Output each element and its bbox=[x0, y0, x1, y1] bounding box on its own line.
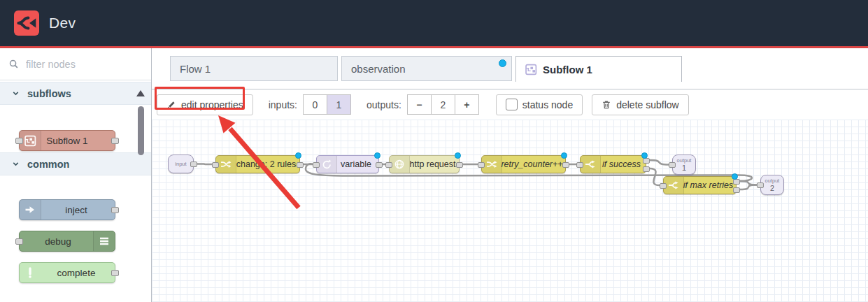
output-port[interactable] bbox=[376, 162, 383, 168]
inputs-label: inputs: bbox=[269, 99, 297, 110]
modified-indicator bbox=[455, 152, 461, 159]
workspace: Flow 1 observation Subflow 1 edit proper… bbox=[152, 48, 868, 302]
output-port[interactable] bbox=[190, 161, 197, 167]
pencil-icon bbox=[166, 100, 176, 110]
shuffle-icon bbox=[482, 156, 502, 173]
input-port[interactable] bbox=[212, 162, 219, 168]
palette-section-subflows: Subflow 1 bbox=[0, 130, 151, 151]
flow-wire-ifsuccess-to-ifmax[interactable] bbox=[650, 168, 660, 185]
flow-wires bbox=[152, 120, 868, 302]
tab-observation[interactable]: observation bbox=[341, 56, 512, 81]
output-port[interactable] bbox=[733, 187, 740, 193]
io-node-label: output bbox=[677, 157, 692, 164]
input-port[interactable] bbox=[576, 162, 583, 168]
output-port[interactable] bbox=[111, 270, 119, 276]
modified-indicator bbox=[499, 59, 506, 67]
output-port[interactable] bbox=[111, 207, 119, 213]
tab-label: Subflow 1 bbox=[543, 64, 592, 76]
scroll-up-arrow[interactable] bbox=[136, 90, 145, 96]
chevron-down-icon bbox=[11, 159, 20, 168]
flow-wire-ifmax-to-out2[interactable] bbox=[740, 185, 757, 190]
tab-subflow-1[interactable]: Subflow 1 bbox=[515, 56, 682, 82]
flow-node-label: if success bbox=[600, 156, 643, 173]
status-node-checkbox[interactable] bbox=[506, 99, 518, 110]
switch-icon bbox=[664, 177, 684, 194]
io-node-number: 1 bbox=[682, 164, 686, 172]
filter-nodes-input[interactable] bbox=[24, 58, 139, 71]
modified-indicator bbox=[641, 152, 648, 159]
palette-node-label: inject bbox=[38, 200, 115, 220]
node-red-editor: Dev subflowsSubflow 1commoninjectdebugco… bbox=[0, 0, 868, 302]
status-node-button[interactable]: status node bbox=[496, 94, 583, 115]
output-port[interactable] bbox=[643, 158, 650, 164]
section-label: subflows bbox=[27, 88, 71, 99]
timer-icon bbox=[317, 156, 337, 173]
flow-node-label: if max retries bbox=[683, 177, 733, 194]
io-node-label: input bbox=[175, 161, 186, 167]
palette-section-header-subflows[interactable]: subflows bbox=[0, 82, 151, 105]
input-port[interactable] bbox=[660, 183, 667, 189]
flow-canvas[interactable]: inputchange: 2 rulesvariablehttp request… bbox=[152, 120, 868, 302]
input-port[interactable] bbox=[757, 182, 764, 188]
output-port[interactable] bbox=[733, 179, 740, 185]
palette-node-subflow1[interactable]: Subflow 1 bbox=[19, 130, 115, 151]
flow-node-variable[interactable]: variable bbox=[316, 155, 379, 173]
input-port[interactable] bbox=[669, 162, 676, 168]
button-label: status node bbox=[522, 99, 573, 110]
palette-node-label: debug bbox=[20, 231, 97, 251]
delete-subflow-button[interactable]: delete subflow bbox=[592, 94, 689, 115]
flow-wire-ifsuccess-to-out1[interactable] bbox=[650, 160, 669, 165]
switch-icon bbox=[581, 156, 601, 173]
palette-node-debug[interactable]: debug bbox=[19, 231, 115, 252]
output-port[interactable] bbox=[111, 138, 119, 144]
subflow-icon bbox=[525, 64, 537, 76]
edit-properties-button[interactable]: edit properties bbox=[157, 94, 253, 115]
flow-wire-input-to-change1[interactable] bbox=[197, 164, 212, 165]
flow-node-retry[interactable]: retry_counter++ bbox=[481, 155, 566, 173]
inputs-segment: 0 1 bbox=[303, 94, 351, 115]
palette-node-label: complete bbox=[38, 263, 115, 282]
outputs-value: 2 bbox=[431, 94, 455, 115]
palette-section-header-common[interactable]: common bbox=[0, 152, 151, 175]
output-port[interactable] bbox=[562, 162, 569, 168]
input-port[interactable] bbox=[385, 162, 392, 168]
flow-node-http[interactable]: http request bbox=[389, 155, 460, 173]
modified-indicator bbox=[295, 152, 301, 159]
tab-label: Flow 1 bbox=[180, 63, 211, 75]
node-red-logo-icon bbox=[14, 10, 39, 36]
flow-node-label: http request bbox=[409, 156, 456, 173]
inputs-1-button[interactable]: 1 bbox=[327, 94, 351, 115]
input-port[interactable] bbox=[478, 162, 485, 168]
globe-icon bbox=[390, 156, 410, 173]
output-port[interactable] bbox=[297, 162, 304, 168]
inputs-0-button[interactable]: 0 bbox=[303, 94, 327, 115]
button-label: edit properties bbox=[181, 99, 243, 110]
modified-indicator bbox=[374, 152, 380, 159]
flow-node-out1[interactable]: output1 bbox=[672, 154, 696, 175]
search-icon bbox=[8, 59, 19, 69]
input-port[interactable] bbox=[313, 162, 320, 168]
flow-node-label: change: 2 rules bbox=[236, 156, 297, 173]
input-port[interactable] bbox=[15, 238, 23, 245]
flow-node-ifmax[interactable]: if max retries bbox=[663, 176, 737, 194]
palette-node-complete[interactable]: complete bbox=[19, 262, 115, 283]
output-port[interactable] bbox=[456, 162, 463, 168]
flow-node-out2[interactable]: output2 bbox=[760, 175, 784, 195]
scrollbar-thumb[interactable] bbox=[138, 106, 144, 155]
palette-node-label: Subflow 1 bbox=[20, 131, 115, 150]
palette-node-inject[interactable]: inject bbox=[19, 199, 115, 220]
flow-node-ifsuccess[interactable]: if success bbox=[580, 155, 646, 173]
button-label: delete subflow bbox=[616, 99, 679, 110]
tab-flow-1[interactable]: Flow 1 bbox=[170, 56, 338, 81]
modified-indicator bbox=[561, 152, 567, 159]
outputs-increase-button[interactable]: + bbox=[455, 94, 479, 115]
flow-node-input[interactable]: input bbox=[168, 154, 194, 173]
flow-node-change1[interactable]: change: 2 rules bbox=[215, 155, 300, 173]
flow-tabbar: Flow 1 observation Subflow 1 bbox=[152, 48, 868, 89]
input-port[interactable] bbox=[15, 138, 23, 144]
palette-sections: subflowsSubflow 1commoninjectdebugcomple… bbox=[0, 82, 151, 283]
outputs-decrease-button[interactable]: − bbox=[407, 94, 432, 115]
output-port[interactable] bbox=[643, 166, 650, 172]
trash-icon bbox=[602, 99, 611, 110]
section-label: common bbox=[27, 159, 69, 170]
